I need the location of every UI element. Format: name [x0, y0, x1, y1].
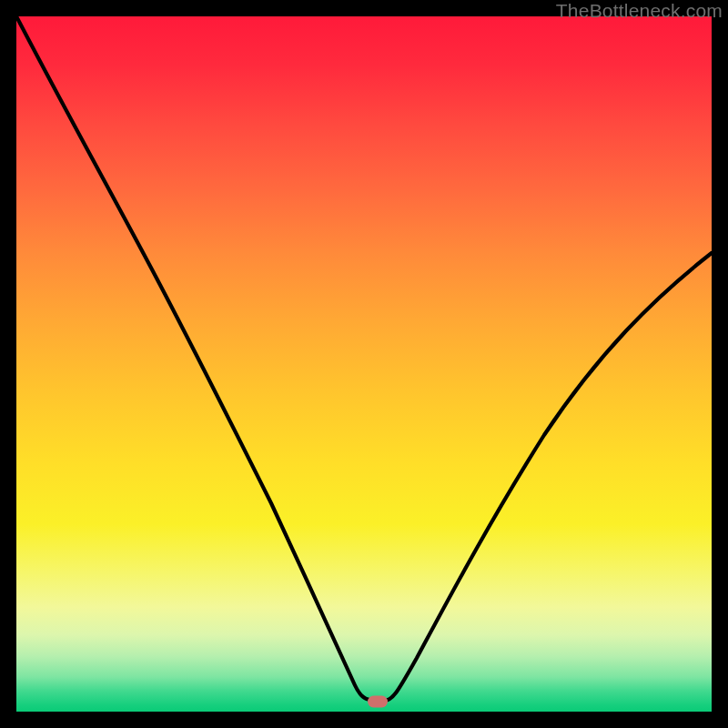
watermark-text: TheBottleneck.com	[556, 0, 723, 22]
plot-area	[16, 16, 712, 712]
optimal-marker	[368, 695, 388, 707]
curve-layer	[16, 16, 712, 712]
bottleneck-curve	[16, 16, 712, 701]
chart-frame: TheBottleneck.com	[0, 0, 728, 728]
